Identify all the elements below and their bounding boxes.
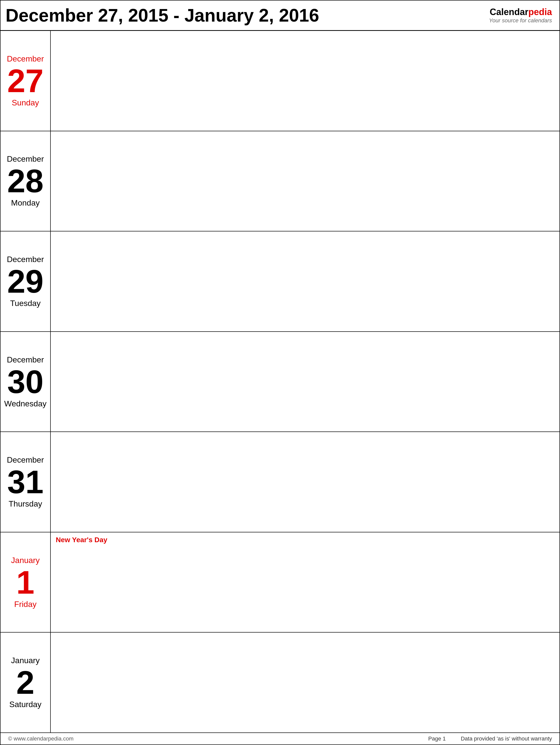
day-month-4: December (7, 455, 44, 465)
day-label-1: December 28 Monday (0, 131, 51, 231)
footer-disclaimer: Data provided 'as is' without warranty (461, 736, 552, 742)
logo-pedia: pedia (528, 7, 552, 17)
footer: © www.calendarpedia.com Page 1 Data prov… (0, 733, 560, 745)
day-weekday-2: Tuesday (10, 299, 41, 308)
day-number-5: 1 (16, 566, 34, 598)
day-month-5: January (11, 556, 40, 565)
day-label-6: January 2 Saturday (0, 633, 51, 733)
day-number-4: 31 (7, 465, 44, 498)
logo-calendar: Calendar (490, 7, 528, 17)
footer-website: © www.calendarpedia.com (8, 736, 73, 742)
day-content-5: New Year's Day (51, 532, 560, 632)
day-row-3: December 30 Wednesday (0, 332, 560, 432)
day-label-2: December 29 Tuesday (0, 231, 51, 331)
day-row-2: December 29 Tuesday (0, 231, 560, 332)
day-number-1: 28 (7, 165, 44, 197)
footer-right: Page 1 Data provided 'as is' without war… (428, 736, 552, 742)
day-label-5: January 1 Friday (0, 532, 51, 632)
day-weekday-4: Thursday (8, 499, 42, 509)
day-row-5: January 1 Friday New Year's Day (0, 532, 560, 633)
day-number-2: 29 (7, 265, 44, 298)
day-weekday-5: Friday (14, 600, 37, 609)
logo: Calendarpedia Your source for calendars (489, 6, 552, 24)
page-title: December 27, 2015 - January 2, 2016 (5, 5, 319, 26)
page-wrapper: December 27, 2015 - January 2, 2016 Cale… (0, 0, 560, 745)
day-content-3 (51, 332, 560, 432)
day-weekday-6: Saturday (9, 700, 41, 709)
day-content-4 (51, 432, 560, 532)
day-content-0 (51, 31, 560, 131)
day-weekday-0: Sunday (12, 98, 39, 107)
logo-text: Calendarpedia (490, 6, 552, 17)
calendar-grid: December 27 Sunday December 28 Monday De… (0, 31, 560, 733)
day-content-1 (51, 131, 560, 231)
day-number-6: 2 (16, 666, 34, 699)
day-content-6 (51, 633, 560, 733)
day-number-0: 27 (7, 65, 44, 97)
day-number-3: 30 (7, 365, 44, 398)
day-label-0: December 27 Sunday (0, 31, 51, 131)
day-row-1: December 28 Monday (0, 131, 560, 232)
day-row-4: December 31 Thursday (0, 432, 560, 532)
day-weekday-3: Wednesday (4, 399, 46, 409)
holiday-label-5: New Year's Day (56, 536, 555, 544)
day-month-0: December (7, 54, 44, 64)
day-label-4: December 31 Thursday (0, 432, 51, 532)
day-weekday-1: Monday (11, 198, 40, 207)
day-month-1: December (7, 154, 44, 164)
day-month-3: December (7, 355, 44, 364)
day-month-2: December (7, 255, 44, 264)
day-month-6: January (11, 656, 40, 665)
day-row-6: January 2 Saturday (0, 633, 560, 733)
day-content-2 (51, 231, 560, 331)
logo-tagline: Your source for calendars (489, 17, 552, 24)
header: December 27, 2015 - January 2, 2016 Cale… (0, 0, 560, 31)
footer-page: Page 1 (428, 736, 446, 742)
day-row-0: December 27 Sunday (0, 31, 560, 131)
day-label-3: December 30 Wednesday (0, 332, 51, 432)
